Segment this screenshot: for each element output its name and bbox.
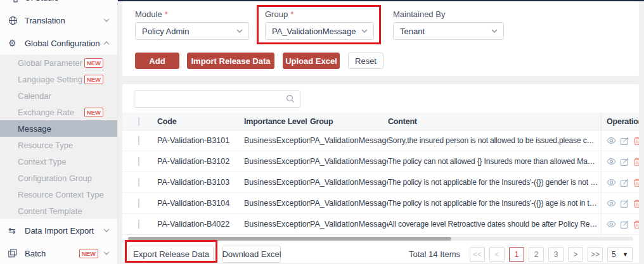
select-all-checkbox[interactable] xyxy=(138,117,139,126)
ui-studio-icon xyxy=(8,0,19,3)
sidebar-item-resource-type[interactable]: Resource Type xyxy=(0,137,117,153)
edit-icon[interactable] xyxy=(621,220,629,229)
search-input[interactable] xyxy=(134,91,300,108)
row-checkbox[interactable] xyxy=(138,199,139,208)
sidebar-item-label: Calendar xyxy=(18,91,51,101)
row-checkbox[interactable] xyxy=(138,220,139,229)
view-eye-icon[interactable] xyxy=(607,220,616,228)
filter-card: Module* Policy Admin Group* PA_Validatio… xyxy=(122,1,639,76)
module-select[interactable]: Policy Admin xyxy=(135,22,249,40)
import-release-data-button[interactable]: Import Release Data xyxy=(187,53,274,69)
group-cell: PA_ValidationMessage xyxy=(310,199,388,208)
global-configuration-submenu: Global Parameter NEW Language Setting NE… xyxy=(0,54,117,219)
table-row: PA-Validation-B3104 BusinessException PA… xyxy=(122,193,639,214)
sidebar-item-global-parameter[interactable]: Global Parameter NEW xyxy=(0,54,117,71)
group-select-value: PA_ValidationMessage xyxy=(272,27,356,36)
view-eye-icon[interactable] xyxy=(607,179,616,186)
table-row: PA-Validation-B3102 BusinessException PA… xyxy=(122,151,639,172)
group-cell: PA_ValidationMessage xyxy=(310,178,388,187)
add-button[interactable]: Add xyxy=(135,53,179,69)
pagination-page-1[interactable]: 1 xyxy=(509,247,524,262)
edit-icon[interactable] xyxy=(621,199,629,208)
search-icon[interactable] xyxy=(286,94,295,106)
code-cell: PA-Validation-B3102 xyxy=(157,157,244,166)
maintained-by-field: Maintained By Tenant xyxy=(393,9,504,40)
sidebar-item-label: UI Studio xyxy=(25,0,58,3)
row-checkbox[interactable] xyxy=(138,178,139,187)
scrollbar-thumb[interactable] xyxy=(128,237,451,241)
batch-icon xyxy=(8,249,19,258)
content-cell: The policy is not applicable for the Ins… xyxy=(388,178,601,187)
sidebar-item-exchange-rate[interactable]: Exchange Rate NEW xyxy=(0,104,117,120)
edit-icon[interactable] xyxy=(621,179,629,187)
importance-cell: BusinessException xyxy=(244,220,310,229)
chevron-down-icon xyxy=(103,229,110,232)
pagination-prev-button[interactable]: < xyxy=(489,247,505,262)
view-eye-icon[interactable] xyxy=(607,158,616,165)
delete-trash-icon[interactable] xyxy=(633,158,639,166)
sidebar-item-translation[interactable]: Translation xyxy=(0,9,117,32)
horizontal-scrollbar[interactable] xyxy=(128,237,633,241)
download-excel-button[interactable]: Download Excel xyxy=(222,246,281,263)
reset-button[interactable]: Reset xyxy=(348,53,383,69)
group-cell: PA_ValidationMessage xyxy=(310,220,388,229)
new-badge: NEW xyxy=(84,108,103,117)
message-table: Code Importance Level Group Content Oper… xyxy=(122,113,639,235)
table-footer: Export Release Data Download Excel Total… xyxy=(122,246,639,263)
sidebar-item-calendar[interactable]: Calendar xyxy=(0,87,117,104)
pagination-first-button[interactable]: << xyxy=(470,247,485,262)
table-row: PA-Validation-B3101 BusinessException PA… xyxy=(122,130,639,151)
importance-cell: BusinessException xyxy=(244,157,310,166)
sidebar: UI Studio Translation ⚙ Global Configura… xyxy=(0,0,118,264)
maintained-by-select[interactable]: Tenant xyxy=(393,22,504,40)
sidebar-item-configuration-group[interactable]: Configuration Group xyxy=(0,170,117,186)
required-asterisk: * xyxy=(165,9,168,19)
delete-trash-icon[interactable] xyxy=(633,220,639,229)
sidebar-item-label: Global Parameter xyxy=(18,58,82,68)
sidebar-item-global-configuration[interactable]: ⚙ Global Configuration xyxy=(0,32,117,54)
view-eye-icon[interactable] xyxy=(607,199,616,207)
export-release-data-button[interactable]: Export Release Data xyxy=(129,246,214,263)
code-cell: PA-Validation-B3103 xyxy=(157,178,244,187)
new-badge: NEW xyxy=(84,75,103,84)
sidebar-item-data-import-export[interactable]: ⇆ Data Import Export xyxy=(0,219,117,242)
module-label: Module* xyxy=(135,9,249,19)
pagination-page-3[interactable]: 3 xyxy=(548,247,564,262)
importance-cell: BusinessException xyxy=(244,199,310,208)
delete-trash-icon[interactable] xyxy=(633,179,639,187)
sidebar-item-label: Language Setting xyxy=(18,75,82,84)
sidebar-item-label: Exchange Rate xyxy=(18,108,74,117)
table-card: Code Importance Level Group Content Oper… xyxy=(122,84,639,263)
upload-excel-button[interactable]: Upload Excel xyxy=(283,53,340,69)
sidebar-item-context-type[interactable]: Context Type xyxy=(0,153,117,170)
edit-icon[interactable] xyxy=(621,137,629,145)
sidebar-item-batch[interactable]: Batch NEW xyxy=(0,242,117,264)
column-header-group: Group xyxy=(310,117,388,126)
maintained-by-label: Maintained By xyxy=(393,9,504,19)
swap-arrows-icon: ⇆ xyxy=(8,225,19,236)
delete-trash-icon[interactable] xyxy=(633,137,639,145)
pagination-last-button[interactable]: >> xyxy=(588,247,603,262)
delete-trash-icon[interactable] xyxy=(633,199,639,208)
view-eye-icon[interactable] xyxy=(607,137,616,144)
pagination-next-button[interactable]: > xyxy=(568,247,583,262)
sidebar-item-language-setting[interactable]: Language Setting NEW xyxy=(0,71,117,87)
row-checkbox[interactable] xyxy=(138,157,139,166)
group-select[interactable]: PA_ValidationMessage xyxy=(265,22,374,40)
edit-icon[interactable] xyxy=(621,158,629,166)
chevron-down-icon xyxy=(361,29,368,33)
column-header-operation: Operation xyxy=(601,113,639,130)
page-size-select[interactable]: 5 ▼ xyxy=(607,247,633,262)
sidebar-item-message[interactable]: Message xyxy=(0,120,117,137)
table-row: PA-Validation-B4022 BusinessException PA… xyxy=(122,214,639,235)
column-header-code: Code xyxy=(157,117,244,126)
sidebar-item-resource-context-type[interactable]: Resource Context Type xyxy=(0,186,117,203)
chevron-down-icon xyxy=(236,29,243,33)
row-checkbox[interactable] xyxy=(138,136,139,145)
pagination-page-2[interactable]: 2 xyxy=(529,247,544,262)
content-cell: The policy can not allowed {} Insureds m… xyxy=(388,157,601,166)
table-row: PA-Validation-B3103 BusinessException PA… xyxy=(122,172,639,193)
sidebar-item-content-template[interactable]: Content Template xyxy=(0,203,117,219)
sidebar-item-ui-studio[interactable]: UI Studio xyxy=(0,0,117,9)
chevron-down-icon xyxy=(103,18,110,22)
